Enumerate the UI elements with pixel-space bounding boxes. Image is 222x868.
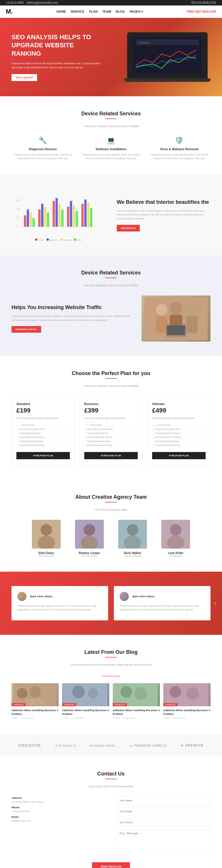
testimonial-next-arrow[interactable]: › [214, 599, 216, 607]
team-name-3: Lena Keller [157, 552, 194, 555]
nav-get-analysis[interactable]: FREE SEO ANALYSIS [187, 10, 216, 13]
svg-text:150: 150 [17, 199, 20, 201]
nav-home[interactable]: HOME [57, 10, 66, 13]
contact-name-input[interactable] [117, 797, 211, 805]
svg-rect-35 [186, 316, 197, 333]
legend-item-3: More [74, 239, 82, 241]
svg-text:100: 100 [17, 208, 20, 210]
traffic-text: Helps You Increasing Website Traffic Hil… [11, 304, 133, 333]
contact-phone: Phone +1234 5678 9000 [11, 806, 105, 813]
nav-links: HOME SERVICE PLAN TEAM BLOG PAGES ▾ [57, 10, 143, 13]
service-icon-0: 🔧 [11, 136, 74, 145]
pricing-feature: Website Dashboard Blanks [16, 439, 70, 443]
service-desc-0: Praesent justo et liris to get upgraded … [11, 153, 74, 161]
blog-show-more[interactable]: Show More Blogs [11, 675, 211, 677]
pricing-feature: Secret Additional Blanks [16, 431, 70, 435]
nav-service[interactable]: SERVICE [71, 10, 84, 13]
nav-plan[interactable]: PLAN [89, 10, 98, 13]
services-section: Device Related Services There are 4 webs… [0, 96, 222, 175]
contact-divider [105, 779, 117, 779]
svg-point-55 [72, 685, 85, 698]
traffic-cta-button[interactable]: RESEARCH DETAIL [11, 326, 41, 333]
partner-logo-1: ✦ Premium 2 [55, 744, 76, 747]
contact-message-input[interactable] [117, 829, 211, 852]
team-member-0: Ethel Davis SEO Specialist [28, 520, 65, 557]
blog-meta-0: 17 likes · 12 Comments [11, 717, 59, 719]
svg-rect-19 [61, 210, 64, 227]
services-divider [105, 119, 117, 119]
svg-point-48 [170, 524, 181, 536]
nav-logo[interactable]: M. [6, 8, 13, 15]
pricing-feature: Preamis Exports for Address [84, 435, 138, 439]
testimonial-text-1: Praesent justo et liris to get upgraded … [120, 604, 205, 612]
navigation: M. HOME SERVICE PLAN TEAM BLOG PAGES ▾ F… [0, 5, 222, 18]
blog-tag-1: GAMBLING [62, 703, 76, 706]
pricing-feature: Preamis Exports for Address [152, 431, 206, 435]
svg-point-34 [186, 304, 197, 316]
svg-rect-18 [59, 204, 61, 227]
blog-post-title-2[interactable]: Addiction When Gambling Becomes A Proble… [113, 709, 160, 716]
nav-pages[interactable]: PAGES ▾ [130, 10, 143, 13]
blog-comments-0: 12 Comments [21, 717, 34, 719]
pricing-feature: Secret Additional Blanks [84, 431, 138, 435]
svg-rect-25 [84, 199, 86, 227]
topbar-email: bathing@yourdoink.com [27, 1, 58, 4]
interior-cta-button[interactable]: SEE DETAILS [117, 225, 140, 231]
service-title-2: Virus & Malware Removal [148, 147, 211, 151]
blog-post-title-1[interactable]: Addiction When Gambling Becomes A Proble… [62, 709, 109, 716]
contact-message-group [117, 829, 211, 854]
contact-address-label: Address [11, 797, 105, 799]
testimonial-avatar-1 [120, 592, 129, 601]
pricing-feature: Website Dashboard Blanks [152, 439, 206, 443]
blog-likes-0: 17 likes [11, 717, 18, 719]
contact-submit-button[interactable]: SEND MESSAGE [92, 862, 130, 868]
pricing-feature: 1 - 25 Fair Prams [152, 423, 206, 427]
services-title: Device Related Services [11, 111, 211, 117]
testimonial-text-0: Praesent justo et liris to get upgraded … [17, 604, 102, 612]
blog-meta-2: 17 likes · 12 Comments [113, 717, 160, 719]
team-member-1: Rodney Cooper Web Developer [71, 520, 108, 557]
blog-title: Latest From Our Blog [11, 649, 211, 655]
pricing-card-2: Ultimate £499 Tese should sug polio, pli… [147, 396, 211, 465]
testimonials-section: Mark Alviro Wiens Praesent justo et liri… [0, 572, 222, 635]
traffic-section-subtitle: You only 4 websites only one is Device R… [11, 284, 211, 287]
pricing-price-0: £199 [16, 407, 70, 414]
contact-name-group [117, 797, 211, 805]
pricing-section: Choose the Perfect Plan for you There ar… [0, 356, 222, 480]
pricing-cta-0[interactable]: PURCHASE PLAN [16, 452, 70, 459]
team-subtitle: Tese should sug polio, pligat [11, 508, 211, 511]
pricing-feature: Secret Active Transfer makes [16, 427, 70, 431]
svg-rect-12 [38, 210, 41, 227]
svg-point-62 [186, 687, 199, 700]
svg-rect-11 [33, 218, 35, 227]
testimonial-name-0: Mark Alviro Wiens [30, 595, 52, 598]
pricing-feature: 1 - 25 Fair Prams [16, 423, 70, 427]
blog-tag-0: GAMBLING [11, 703, 26, 706]
contact-phone-input[interactable] [117, 818, 211, 827]
pricing-cta-1[interactable]: PURCHASE PLAN [84, 452, 138, 459]
team-avatar-1 [75, 520, 104, 549]
partner-logo-3: ▲ PREMIUM LABELS [130, 744, 166, 747]
hero-cta-button[interactable]: GET A QUOTE [11, 74, 37, 81]
service-item-0: 🔧 Diagnosis Devices Praesent justo et li… [11, 136, 74, 161]
svg-rect-14 [44, 207, 46, 227]
svg-rect-27 [90, 208, 92, 227]
partner-logo-0: CREATIVE [19, 743, 41, 748]
team-avatar-3 [161, 520, 190, 549]
nav-blog[interactable]: BLOG [116, 10, 125, 13]
pricing-feature: Unlimited Exports for Address [152, 435, 206, 439]
service-icon-2: 🛡️ [148, 136, 211, 145]
svg-point-30 [156, 304, 168, 316]
traffic-content: Helps You Increasing Website Traffic Hil… [11, 296, 211, 342]
topbar-phone1: +1234-5-6000 [6, 1, 24, 4]
contact-email-input[interactable] [117, 807, 211, 815]
hero-title: SEO ANALYSIS HELPS TO UPGRADE WEBSITE RA… [11, 33, 104, 58]
blog-post-title-3[interactable]: Addiction When Gambling Becomes A Proble… [163, 709, 211, 716]
pricing-cta-2[interactable]: PURCHASE PLAN [152, 452, 206, 459]
pricing-feature: Preamis Exports for Address [16, 435, 70, 439]
nav-team[interactable]: TEAM [102, 10, 111, 13]
svg-rect-9 [27, 210, 29, 227]
blog-post-title-0[interactable]: Addiction When Gambling Becomes A Proble… [11, 709, 59, 716]
service-title-0: Diagnosis Devices [11, 147, 74, 151]
blog-card-1: GAMBLING Addiction When Gambling Becomes… [62, 683, 109, 720]
